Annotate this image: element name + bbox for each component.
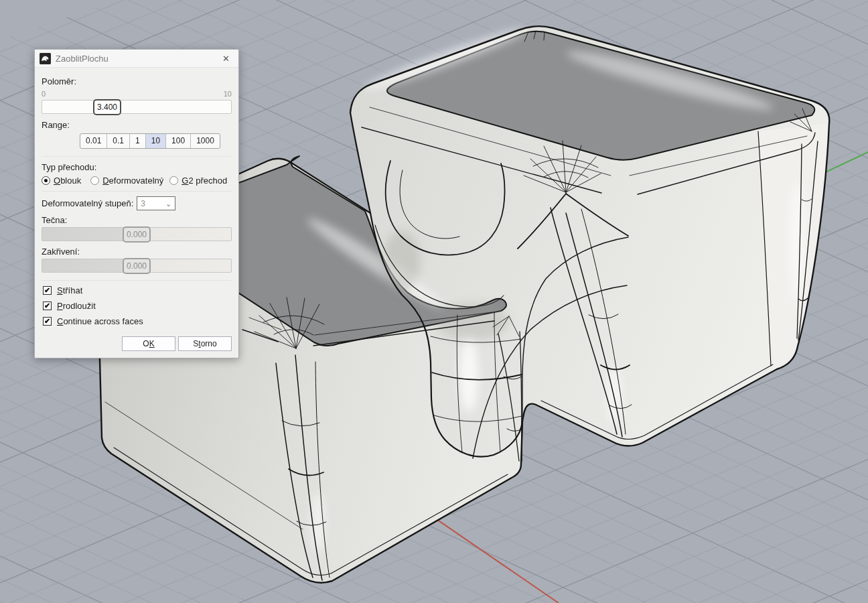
extend-checkbox[interactable]: ✔ — [43, 302, 52, 310]
dialog-title: ZaoblitPlochu — [56, 54, 220, 64]
rhino-logo-icon — [40, 53, 51, 64]
range-option-10[interactable]: 10 — [146, 134, 166, 148]
trim-checkbox[interactable]: ✔ — [43, 286, 52, 295]
range-label: Range: — [42, 120, 232, 130]
extend-label: Prodloužit — [57, 301, 96, 311]
tangent-slider-thumb[interactable]: 0.000 — [123, 226, 151, 243]
range-option-1[interactable]: 1 — [130, 134, 146, 148]
close-icon[interactable]: ✕ — [220, 54, 232, 64]
range-option-01[interactable]: 0.1 — [107, 134, 130, 148]
rhino-viewport-window: ZaoblitPlochu ✕ Poloměr: 0 10 3.400 Rang… — [0, 0, 868, 603]
radio-g2-label: G2 přechod — [182, 176, 227, 186]
tangent-label: Tečna: — [42, 215, 232, 225]
degree-select[interactable]: 3 ⌄ — [137, 196, 175, 210]
transition-type-label: Typ přechodu: — [42, 162, 232, 172]
trim-label: Stříhat — [57, 285, 82, 295]
divider — [42, 156, 232, 157]
slider-max-label: 10 — [224, 90, 232, 98]
radio-deformable[interactable] — [90, 176, 99, 185]
chevron-down-icon: ⌄ — [165, 200, 171, 207]
radius-slider-thumb[interactable]: 3.400 — [93, 99, 121, 115]
slider-min-label: 0 — [42, 90, 46, 98]
range-option-100[interactable]: 100 — [166, 134, 191, 148]
range-option-1000[interactable]: 1000 — [191, 134, 220, 148]
tangent-slider-track[interactable]: 0.000 — [42, 227, 232, 241]
range-option-001[interactable]: 0.01 — [80, 134, 107, 148]
continue-across-faces-label: Continue across faces — [57, 316, 143, 326]
degree-value: 3 — [141, 199, 145, 208]
continue-across-faces-checkbox[interactable]: ✔ — [43, 317, 52, 326]
ok-button[interactable]: OK — [122, 336, 175, 351]
degree-label: Deformovatelný stupeň: — [42, 198, 133, 208]
cancel-button[interactable]: Storno — [178, 336, 232, 351]
radius-label: Poloměr: — [42, 76, 232, 86]
radio-g2[interactable] — [169, 176, 178, 185]
dialog-titlebar[interactable]: ZaoblitPlochu ✕ — [35, 50, 238, 68]
range-segmented-control: 0.01 0.1 1 10 100 1000 — [80, 133, 220, 149]
curvature-slider-track[interactable]: 0.000 — [42, 259, 232, 273]
radio-deformable-label: Deformovatelný — [102, 176, 163, 186]
divider — [42, 280, 232, 281]
filletsrf-dialog: ZaoblitPlochu ✕ Poloměr: 0 10 3.400 Rang… — [34, 49, 239, 358]
radio-arc[interactable] — [42, 176, 50, 185]
divider — [42, 191, 232, 192]
curvature-slider-thumb[interactable]: 0.000 — [123, 258, 151, 274]
curvature-label: Zakřivení: — [42, 247, 232, 257]
radius-slider-track[interactable]: 3.400 — [42, 100, 232, 114]
radio-arc-label: Oblouk — [54, 176, 81, 186]
